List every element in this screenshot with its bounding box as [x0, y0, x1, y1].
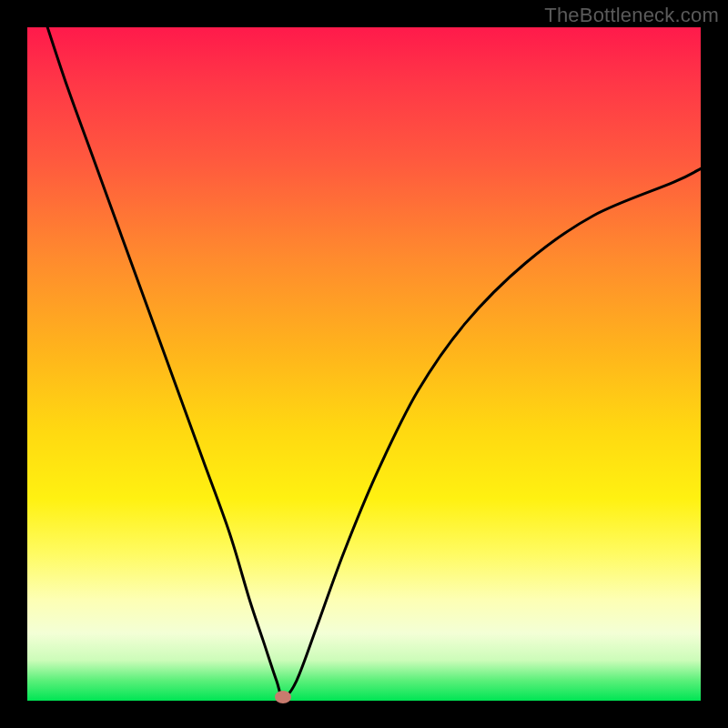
plot-area — [27, 27, 701, 701]
curve-path — [47, 27, 701, 697]
watermark-text: TheBottleneck.com — [544, 4, 719, 27]
chart-frame: TheBottleneck.com — [0, 0, 728, 728]
optimal-point-marker — [275, 691, 291, 703]
bottleneck-curve — [27, 27, 701, 701]
